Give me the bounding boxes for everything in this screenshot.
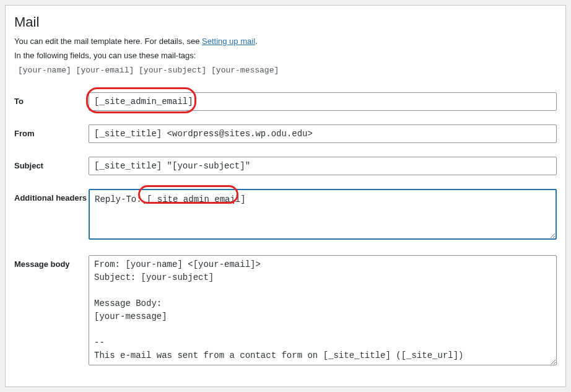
row-to: To — [14, 92, 557, 111]
row-body: Message body — [14, 255, 557, 367]
label-from: From — [14, 124, 89, 139]
mail-panel: Mail You can edit the mail template here… — [5, 5, 566, 387]
intro-line-1: You can edit the mail template here. For… — [14, 35, 557, 48]
section-title: Mail — [14, 14, 557, 30]
input-from[interactable] — [89, 124, 557, 143]
textarea-body[interactable] — [89, 255, 557, 365]
label-headers: Additional headers — [14, 189, 89, 204]
row-from: From — [14, 124, 557, 143]
label-to: To — [14, 92, 89, 107]
textarea-headers[interactable] — [89, 189, 557, 240]
intro-suffix: . — [255, 37, 258, 46]
cell-from — [89, 124, 557, 143]
input-to[interactable] — [89, 92, 557, 111]
cell-subject — [89, 157, 557, 175]
input-subject[interactable] — [89, 157, 557, 175]
label-body: Message body — [14, 255, 89, 270]
form-table: To From Subject Additional headers — [14, 92, 557, 367]
label-subject: Subject — [14, 157, 89, 172]
setting-up-mail-link[interactable]: Setting up mail — [202, 37, 255, 46]
intro-prefix: You can edit the mail template here. For… — [14, 37, 202, 46]
cell-headers — [89, 189, 557, 242]
intro-line-2: In the following fields, you can use the… — [14, 50, 557, 62]
cell-to — [89, 92, 557, 111]
row-headers: Additional headers — [14, 189, 557, 242]
cell-body — [89, 255, 557, 367]
row-subject: Subject — [14, 157, 557, 175]
mail-tags: [your-name] [your-email] [your-subject] … — [14, 63, 557, 81]
